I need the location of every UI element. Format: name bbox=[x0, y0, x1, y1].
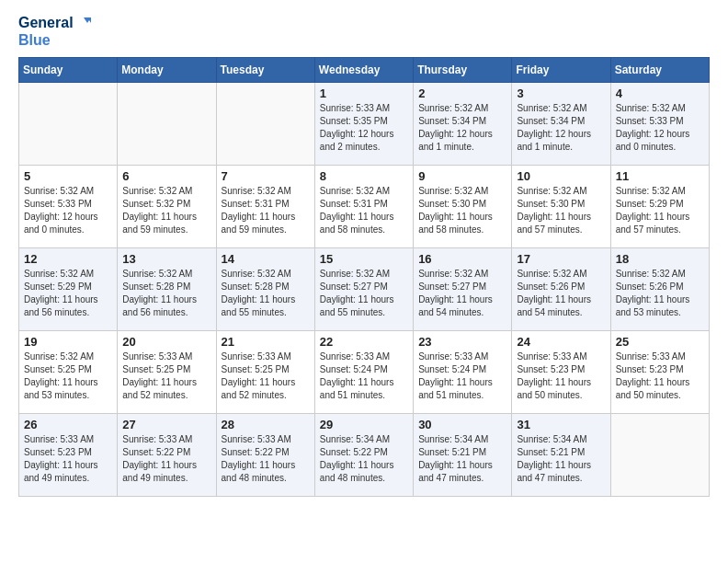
calendar-week-row: 12Sunrise: 5:32 AM Sunset: 5:29 PM Dayli… bbox=[19, 248, 710, 331]
calendar-cell: 3Sunrise: 5:32 AM Sunset: 5:34 PM Daylig… bbox=[512, 83, 610, 166]
day-info: Sunrise: 5:34 AM Sunset: 5:22 PM Dayligh… bbox=[320, 433, 408, 485]
day-info: Sunrise: 5:32 AM Sunset: 5:34 PM Dayligh… bbox=[517, 102, 605, 154]
calendar-cell: 30Sunrise: 5:34 AM Sunset: 5:21 PM Dayli… bbox=[414, 414, 512, 497]
day-number: 21 bbox=[222, 335, 310, 349]
calendar-cell: 14Sunrise: 5:32 AM Sunset: 5:28 PM Dayli… bbox=[216, 248, 314, 331]
logo-general: General bbox=[18, 15, 74, 30]
day-info: Sunrise: 5:32 AM Sunset: 5:25 PM Dayligh… bbox=[24, 350, 112, 402]
day-number: 19 bbox=[24, 335, 112, 349]
day-number: 25 bbox=[616, 335, 704, 349]
day-info: Sunrise: 5:33 AM Sunset: 5:22 PM Dayligh… bbox=[122, 433, 210, 485]
days-of-week-row: SundayMondayTuesdayWednesdayThursdayFrid… bbox=[19, 58, 710, 83]
calendar-body: 1Sunrise: 5:33 AM Sunset: 5:35 PM Daylig… bbox=[19, 83, 710, 497]
day-info: Sunrise: 5:33 AM Sunset: 5:25 PM Dayligh… bbox=[122, 350, 210, 402]
day-number: 20 bbox=[122, 335, 210, 349]
calendar-cell: 7Sunrise: 5:32 AM Sunset: 5:31 PM Daylig… bbox=[216, 166, 314, 248]
calendar-cell: 29Sunrise: 5:34 AM Sunset: 5:22 PM Dayli… bbox=[314, 414, 413, 497]
day-number: 29 bbox=[320, 418, 408, 431]
calendar-cell bbox=[610, 414, 709, 497]
calendar-cell: 28Sunrise: 5:33 AM Sunset: 5:22 PM Dayli… bbox=[216, 414, 314, 497]
page: General Blue SundayMondayTuesdayWednesda… bbox=[0, 0, 728, 511]
calendar-cell: 18Sunrise: 5:32 AM Sunset: 5:26 PM Dayli… bbox=[610, 248, 709, 331]
header: General Blue bbox=[18, 15, 710, 48]
calendar-cell bbox=[19, 83, 118, 166]
day-number: 16 bbox=[418, 252, 506, 266]
day-number: 14 bbox=[222, 252, 310, 266]
day-info: Sunrise: 5:32 AM Sunset: 5:28 PM Dayligh… bbox=[222, 268, 310, 319]
day-number: 26 bbox=[24, 418, 112, 431]
day-info: Sunrise: 5:33 AM Sunset: 5:24 PM Dayligh… bbox=[418, 350, 506, 402]
day-info: Sunrise: 5:33 AM Sunset: 5:23 PM Dayligh… bbox=[517, 350, 605, 402]
calendar-cell: 31Sunrise: 5:34 AM Sunset: 5:21 PM Dayli… bbox=[512, 414, 610, 497]
day-of-week-header: Wednesday bbox=[314, 58, 413, 83]
day-info: Sunrise: 5:33 AM Sunset: 5:23 PM Dayligh… bbox=[616, 350, 704, 402]
day-number: 30 bbox=[418, 418, 506, 431]
day-of-week-header: Thursday bbox=[414, 58, 512, 83]
day-number: 10 bbox=[517, 169, 605, 183]
day-number: 15 bbox=[320, 252, 408, 266]
day-number: 9 bbox=[418, 169, 506, 183]
day-number: 2 bbox=[418, 86, 506, 100]
calendar-cell: 25Sunrise: 5:33 AM Sunset: 5:23 PM Dayli… bbox=[610, 331, 709, 414]
day-info: Sunrise: 5:33 AM Sunset: 5:35 PM Dayligh… bbox=[320, 102, 408, 154]
day-info: Sunrise: 5:32 AM Sunset: 5:28 PM Dayligh… bbox=[122, 268, 210, 319]
calendar-cell: 4Sunrise: 5:32 AM Sunset: 5:33 PM Daylig… bbox=[610, 83, 709, 166]
day-info: Sunrise: 5:32 AM Sunset: 5:26 PM Dayligh… bbox=[616, 268, 704, 319]
day-number: 17 bbox=[517, 252, 605, 266]
calendar-cell: 20Sunrise: 5:33 AM Sunset: 5:25 PM Dayli… bbox=[118, 331, 216, 414]
day-info: Sunrise: 5:33 AM Sunset: 5:22 PM Dayligh… bbox=[222, 433, 310, 485]
calendar-cell: 6Sunrise: 5:32 AM Sunset: 5:32 PM Daylig… bbox=[118, 166, 216, 248]
day-info: Sunrise: 5:32 AM Sunset: 5:29 PM Dayligh… bbox=[616, 185, 704, 236]
day-info: Sunrise: 5:32 AM Sunset: 5:31 PM Dayligh… bbox=[222, 185, 310, 236]
day-info: Sunrise: 5:33 AM Sunset: 5:24 PM Dayligh… bbox=[320, 350, 408, 402]
calendar-cell: 10Sunrise: 5:32 AM Sunset: 5:30 PM Dayli… bbox=[512, 166, 610, 248]
day-info: Sunrise: 5:32 AM Sunset: 5:26 PM Dayligh… bbox=[517, 268, 605, 319]
calendar-cell bbox=[118, 83, 216, 166]
calendar-cell: 11Sunrise: 5:32 AM Sunset: 5:29 PM Dayli… bbox=[610, 166, 709, 248]
calendar-cell: 23Sunrise: 5:33 AM Sunset: 5:24 PM Dayli… bbox=[414, 331, 512, 414]
day-number: 6 bbox=[122, 169, 210, 183]
day-number: 13 bbox=[122, 252, 210, 266]
calendar-cell: 16Sunrise: 5:32 AM Sunset: 5:27 PM Dayli… bbox=[414, 248, 512, 331]
day-number: 1 bbox=[320, 86, 408, 100]
day-number: 31 bbox=[517, 418, 605, 431]
logo: General Blue bbox=[18, 15, 91, 48]
day-number: 24 bbox=[517, 335, 605, 349]
logo-bird-icon bbox=[74, 16, 91, 32]
day-info: Sunrise: 5:32 AM Sunset: 5:27 PM Dayligh… bbox=[418, 268, 506, 319]
day-info: Sunrise: 5:32 AM Sunset: 5:34 PM Dayligh… bbox=[418, 102, 506, 154]
day-of-week-header: Sunday bbox=[19, 58, 118, 83]
day-number: 18 bbox=[616, 252, 704, 266]
calendar-cell: 24Sunrise: 5:33 AM Sunset: 5:23 PM Dayli… bbox=[512, 331, 610, 414]
day-number: 5 bbox=[24, 169, 112, 183]
day-info: Sunrise: 5:34 AM Sunset: 5:21 PM Dayligh… bbox=[517, 433, 605, 485]
calendar-cell: 1Sunrise: 5:33 AM Sunset: 5:35 PM Daylig… bbox=[314, 83, 413, 166]
day-info: Sunrise: 5:32 AM Sunset: 5:29 PM Dayligh… bbox=[24, 268, 112, 319]
calendar-cell: 22Sunrise: 5:33 AM Sunset: 5:24 PM Dayli… bbox=[314, 331, 413, 414]
day-info: Sunrise: 5:32 AM Sunset: 5:30 PM Dayligh… bbox=[418, 185, 506, 236]
calendar-cell: 15Sunrise: 5:32 AM Sunset: 5:27 PM Dayli… bbox=[314, 248, 413, 331]
calendar-cell: 19Sunrise: 5:32 AM Sunset: 5:25 PM Dayli… bbox=[19, 331, 118, 414]
day-info: Sunrise: 5:32 AM Sunset: 5:27 PM Dayligh… bbox=[320, 268, 408, 319]
day-of-week-header: Monday bbox=[118, 58, 216, 83]
day-number: 4 bbox=[616, 86, 704, 100]
day-number: 27 bbox=[122, 418, 210, 431]
day-of-week-header: Tuesday bbox=[216, 58, 314, 83]
calendar-week-row: 19Sunrise: 5:32 AM Sunset: 5:25 PM Dayli… bbox=[19, 331, 710, 414]
calendar-cell: 12Sunrise: 5:32 AM Sunset: 5:29 PM Dayli… bbox=[19, 248, 118, 331]
day-info: Sunrise: 5:32 AM Sunset: 5:33 PM Dayligh… bbox=[616, 102, 704, 154]
day-number: 28 bbox=[222, 418, 310, 431]
calendar-cell bbox=[216, 83, 314, 166]
day-info: Sunrise: 5:33 AM Sunset: 5:23 PM Dayligh… bbox=[24, 433, 112, 485]
calendar-cell: 9Sunrise: 5:32 AM Sunset: 5:30 PM Daylig… bbox=[414, 166, 512, 248]
calendar-cell: 5Sunrise: 5:32 AM Sunset: 5:33 PM Daylig… bbox=[19, 166, 118, 248]
calendar-cell: 21Sunrise: 5:33 AM Sunset: 5:25 PM Dayli… bbox=[216, 331, 314, 414]
day-number: 23 bbox=[418, 335, 506, 349]
logo-blue: Blue bbox=[18, 32, 51, 48]
day-info: Sunrise: 5:32 AM Sunset: 5:31 PM Dayligh… bbox=[320, 185, 408, 236]
calendar-week-row: 1Sunrise: 5:33 AM Sunset: 5:35 PM Daylig… bbox=[19, 83, 710, 166]
day-info: Sunrise: 5:32 AM Sunset: 5:32 PM Dayligh… bbox=[122, 185, 210, 236]
day-number: 3 bbox=[517, 86, 605, 100]
day-info: Sunrise: 5:33 AM Sunset: 5:25 PM Dayligh… bbox=[222, 350, 310, 402]
calendar-cell: 13Sunrise: 5:32 AM Sunset: 5:28 PM Dayli… bbox=[118, 248, 216, 331]
